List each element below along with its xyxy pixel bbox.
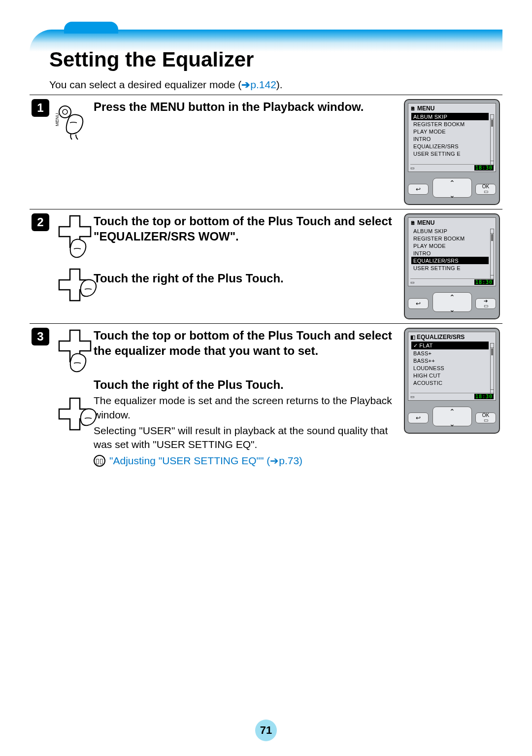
step-1: 1 MENU Press the MENU button in the Play… [30, 99, 502, 205]
battery-icon: ▭ [410, 166, 415, 171]
touch-vertical-right-icon [55, 328, 97, 441]
step-number: 1 [32, 99, 49, 117]
doc-icon: 🗎 [410, 105, 416, 111]
back-button: ↩ [408, 412, 429, 423]
menu-item: REGISTER BOOKM [411, 120, 489, 128]
step-3: 3 Touch the top or bottom of the Plus To… [30, 328, 502, 467]
clock: 18:30 [474, 165, 494, 171]
eq-item: BASS+ [411, 349, 489, 357]
intro-link[interactable]: ➔p.142 [241, 79, 276, 90]
reference-link[interactable]: ▯▯ "Adjusting "USER SETTING EQ"" (➔p.73) [94, 455, 395, 467]
step-1-instruction: Press the MENU button in the Playback wi… [94, 99, 395, 114]
intro-text: You can select a desired equalizer mode … [49, 79, 502, 91]
scrollbar [490, 114, 494, 166]
divider [30, 95, 502, 95]
step-2-sub: Touch the right of the Plus Touch. [94, 272, 395, 285]
header-tab [64, 22, 118, 34]
touch-vertical-icon [55, 213, 97, 312]
divider [30, 323, 502, 324]
down-arrow-icon: ⌄ [449, 420, 455, 428]
status-bar: ▭ 18:30 [410, 393, 494, 399]
device-controls: ⌃ ⌄ ↩ OK▭ [408, 403, 496, 430]
step-number: 3 [32, 328, 49, 345]
menu-item: PLAY MODE [411, 242, 489, 249]
menu-item: USER SETTING E [411, 150, 489, 157]
eq-item: HIGH CUT [411, 372, 489, 379]
menu-item: USER SETTING E [411, 264, 489, 272]
device-screenshot-2: 🗎MENU ALBUM SKIP REGISTER BOOKM PLAY MOD… [404, 213, 500, 319]
header-bar [30, 30, 502, 52]
menu-item: REGISTER BOOKM [411, 235, 489, 242]
press-menu-hand-icon: MENU [55, 99, 95, 141]
menu-item: INTRO [411, 135, 489, 142]
step-number: 2 [32, 213, 49, 231]
menu-item: ALBUM SKIP [411, 227, 489, 235]
eq-item: BASS++ [411, 357, 489, 364]
down-arrow-icon: ⌄ [449, 306, 455, 313]
scrollbar [490, 343, 494, 394]
ok-button: OK▭ [475, 184, 496, 195]
down-arrow-icon: ⌄ [449, 191, 455, 199]
device-controls: ⌃ ⌄ ↩ ➔▭ [408, 288, 496, 315]
page-number: 71 [255, 720, 277, 741]
svg-point-2 [63, 109, 67, 114]
step-2-instruction: Touch the top or bottom of the Plus Touc… [94, 213, 395, 244]
svg-point-1 [59, 106, 71, 118]
eq-item: FLAT [411, 342, 489, 349]
back-button: ↩ [408, 298, 429, 309]
status-bar: ▭ 18:30 [410, 164, 494, 170]
device-screenshot-3: ◧EQUALIZER/SRS FLAT BASS+ BASS++ LOUDNES… [404, 328, 500, 434]
device-controls: ⌃ ⌄ ↩ OK▭ [408, 174, 496, 201]
device-screenshot-1: 🗎MENU ALBUM SKIP REGISTER BOOKM PLAY MOD… [404, 99, 500, 205]
status-bar: ▭ 18:30 [410, 278, 494, 284]
up-arrow-icon: ⌃ [449, 408, 455, 415]
doc-icon: 🗎 [410, 220, 416, 226]
svg-text:MENU: MENU [55, 113, 60, 127]
step-2: 2 Touch the top or bottom [30, 213, 502, 319]
menu-item: INTRO [411, 249, 489, 257]
eq-item: ACOUSTIC [411, 379, 489, 386]
menu-item: PLAY MODE [411, 128, 489, 135]
step-3-instruction: Touch the top or bottom of the Plus Touc… [94, 328, 395, 358]
menu-item: EQUALIZER/SRS [411, 142, 489, 150]
eq-item: LOUDNESS [411, 364, 489, 372]
back-button: ↩ [408, 184, 429, 195]
up-arrow-icon: ⌃ [449, 293, 455, 301]
book-icon: ▯▯ [94, 455, 105, 467]
battery-icon: ▭ [410, 394, 415, 399]
up-arrow-icon: ⌃ [449, 179, 455, 187]
right-arrow-button: ➔▭ [475, 298, 496, 309]
scrollbar [490, 229, 494, 280]
clock: 18:30 [474, 279, 494, 285]
step-3-body-1: The equalizer mode is set and the screen… [94, 394, 395, 422]
eq-icon: ◧ [410, 334, 415, 341]
menu-item: EQUALIZER/SRS [411, 257, 489, 264]
menu-item: ALBUM SKIP [411, 113, 489, 120]
step-3-sub: Touch the right of the Plus Touch. [94, 378, 395, 392]
divider [30, 209, 502, 209]
step-3-body-2: Selecting "USER" will result in playback… [94, 424, 395, 452]
ok-button: OK▭ [475, 412, 496, 423]
battery-icon: ▭ [410, 280, 415, 285]
clock: 18:30 [474, 394, 494, 399]
